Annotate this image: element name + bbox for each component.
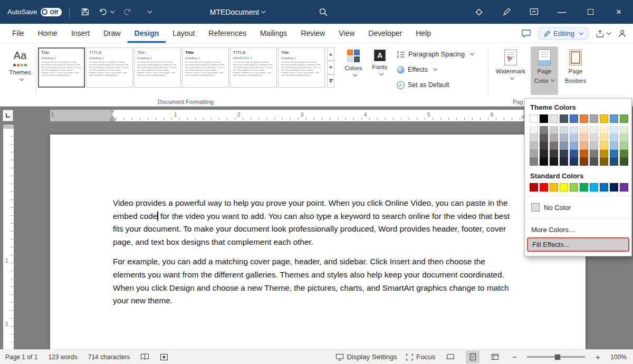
color-swatch[interactable]	[590, 114, 598, 123]
color-swatch[interactable]	[580, 134, 588, 142]
color-swatch[interactable]	[530, 134, 538, 142]
undo-button[interactable]	[98, 4, 114, 20]
zoom-slider-thumb[interactable]	[554, 354, 561, 360]
save-button[interactable]	[77, 4, 93, 20]
document-page[interactable]: Video provides a powerful way to help yo…	[50, 135, 586, 349]
tab-review[interactable]: Review	[294, 24, 332, 43]
color-swatch[interactable]	[530, 158, 538, 166]
menu-item-no-color[interactable]: No Color	[529, 200, 627, 214]
color-swatch[interactable]	[560, 150, 568, 158]
color-swatch[interactable]	[590, 134, 598, 142]
horizontal-ruler[interactable]: 1123456	[50, 110, 586, 121]
color-swatch[interactable]	[530, 142, 538, 150]
first-line-indent-marker[interactable]	[110, 110, 114, 113]
color-swatch[interactable]	[580, 150, 588, 158]
color-swatch[interactable]	[550, 114, 558, 123]
proofing-status-button[interactable]	[140, 353, 149, 361]
color-swatch[interactable]	[600, 126, 608, 134]
color-swatch[interactable]	[600, 158, 608, 166]
color-swatch[interactable]	[540, 150, 548, 158]
presenter-button[interactable]	[465, 0, 493, 24]
color-swatch[interactable]	[550, 142, 558, 150]
web-layout-view-button[interactable]	[488, 351, 502, 363]
account-button[interactable]	[618, 29, 627, 38]
style-set-thumbnail[interactable]: TITLEHeading 1On the Insert tab, the gal…	[86, 47, 133, 88]
gallery-more-button[interactable]	[327, 74, 334, 88]
color-swatch[interactable]	[550, 158, 558, 166]
set-as-default-button[interactable]: ✓ Set as Default	[397, 79, 474, 91]
color-swatch[interactable]	[540, 126, 548, 134]
ink-button[interactable]	[493, 0, 520, 24]
color-swatch[interactable]	[590, 126, 598, 134]
color-swatch[interactable]	[620, 134, 628, 142]
tab-help[interactable]: Help	[409, 24, 438, 43]
themes-button[interactable]: Aa Themes	[5, 46, 35, 95]
color-swatch[interactable]	[620, 150, 628, 158]
color-swatch[interactable]	[570, 134, 578, 142]
color-swatch[interactable]	[540, 142, 548, 150]
zoom-slider[interactable]	[527, 353, 585, 361]
redo-button[interactable]	[119, 4, 135, 20]
menu-item-fill-effects[interactable]: Fill Effects…	[527, 237, 629, 252]
tab-design[interactable]: Design	[128, 24, 166, 43]
color-swatch[interactable]	[570, 150, 578, 158]
color-swatch[interactable]	[580, 142, 588, 150]
style-set-thumbnail[interactable]: TitleHeading 1On the Insert tab, the gal…	[278, 47, 325, 88]
comments-button[interactable]	[521, 29, 531, 38]
vertical-ruler[interactable]: 12	[3, 124, 14, 349]
focus-mode-button[interactable]: Focus	[406, 353, 435, 361]
watermark-button[interactable]: A Watermark	[494, 46, 528, 95]
style-set-thumbnail[interactable]: TitleHeading 1On the Insert tab, the gal…	[182, 47, 229, 88]
color-swatch[interactable]	[600, 183, 608, 191]
color-swatch[interactable]	[570, 158, 578, 166]
color-swatch[interactable]	[550, 183, 558, 191]
tab-view[interactable]: View	[332, 24, 361, 43]
color-swatch[interactable]	[560, 183, 568, 191]
color-swatch[interactable]	[560, 158, 568, 166]
color-swatch[interactable]	[590, 150, 598, 158]
autosave-toggle[interactable]: AutoSave Off	[7, 8, 62, 16]
color-swatch[interactable]	[580, 126, 588, 134]
close-button[interactable]: ×	[605, 0, 633, 24]
color-swatch[interactable]	[550, 134, 558, 142]
colors-button[interactable]: Colors	[341, 46, 366, 95]
effects-button[interactable]: Effects	[397, 64, 474, 75]
color-swatch[interactable]	[570, 183, 578, 191]
tab-file[interactable]: File	[5, 24, 31, 43]
color-swatch[interactable]	[610, 142, 618, 150]
color-swatch[interactable]	[580, 114, 588, 123]
tab-stop-selector[interactable]	[3, 110, 13, 121]
hanging-indent-marker[interactable]	[110, 115, 114, 118]
style-set-thumbnail[interactable]: TitleHeading 1On the Insert tab, the gal…	[38, 47, 85, 88]
menu-item-more-colors[interactable]: More Colors…	[529, 223, 627, 236]
color-swatch[interactable]	[610, 150, 618, 158]
color-swatch[interactable]	[580, 183, 588, 191]
display-settings-button[interactable]: Display Settings	[335, 353, 397, 361]
color-swatch[interactable]	[610, 158, 618, 166]
color-swatch[interactable]	[620, 114, 628, 123]
read-mode-view-button[interactable]	[444, 351, 457, 363]
page-color-button[interactable]: Page Color	[531, 46, 558, 95]
color-swatch[interactable]	[550, 126, 558, 134]
left-indent-marker[interactable]	[110, 119, 115, 121]
color-swatch[interactable]	[540, 158, 548, 166]
color-swatch[interactable]	[550, 150, 558, 158]
minimize-button[interactable]: —	[548, 0, 576, 24]
color-swatch[interactable]	[560, 126, 568, 134]
fonts-button[interactable]: A Fonts	[368, 46, 391, 95]
macro-recording-button[interactable]	[160, 353, 168, 361]
page-number-indicator[interactable]: Page 1 of 1	[5, 353, 37, 361]
color-swatch[interactable]	[540, 114, 548, 123]
paragraph-spacing-button[interactable]: Paragraph Spacing	[397, 49, 474, 60]
tab-developer[interactable]: Developer	[361, 24, 409, 43]
gallery-scroll-up-button[interactable]	[327, 47, 334, 61]
color-swatch[interactable]	[530, 126, 538, 134]
character-count-indicator[interactable]: 714 characters	[88, 353, 130, 361]
color-swatch[interactable]	[620, 158, 628, 166]
color-swatch[interactable]	[560, 114, 568, 123]
zoom-level-indicator[interactable]: 100%	[610, 353, 627, 361]
color-swatch[interactable]	[600, 142, 608, 150]
body-paragraph[interactable]: For example, you can add a matching cove…	[113, 255, 518, 307]
color-swatch[interactable]	[530, 150, 538, 158]
color-swatch[interactable]	[600, 134, 608, 142]
